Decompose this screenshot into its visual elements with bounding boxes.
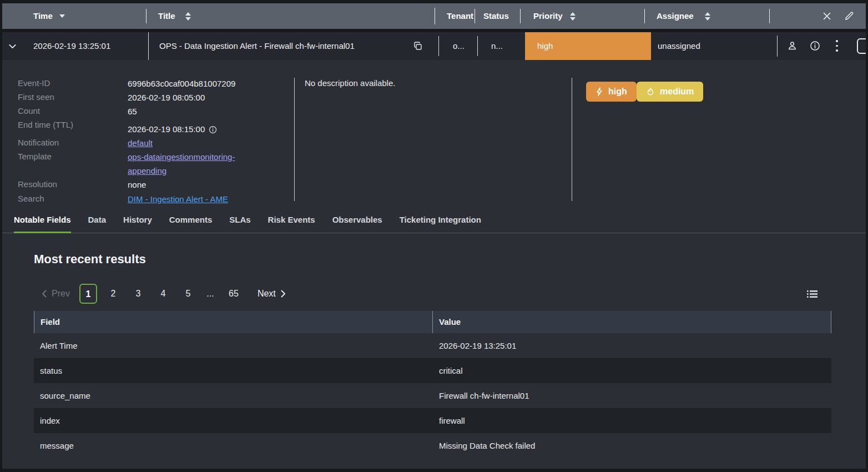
tab-observables[interactable]: Observables — [332, 208, 382, 233]
expand-chevron-down-icon[interactable] — [8, 42, 17, 51]
priority-sort-icon[interactable] — [570, 12, 576, 21]
column-priority[interactable]: Priority — [533, 3, 563, 29]
column-divider — [435, 8, 435, 24]
column-assignee[interactable]: Assignee — [657, 3, 694, 29]
first-seen-value: 2026-02-19 08:05:00 — [128, 91, 294, 104]
count-value: 65 — [128, 104, 294, 118]
cell-field: message — [34, 433, 433, 458]
cell-value: firewall — [433, 408, 831, 433]
medium-button-label: medium — [660, 87, 694, 97]
next-page-button[interactable]: Next — [258, 289, 286, 299]
count-label: Count — [18, 104, 126, 118]
end-time-label: End time (TTL) — [18, 118, 126, 132]
first-seen-label: First seen — [18, 91, 126, 104]
edit-pencil-icon[interactable] — [844, 11, 854, 21]
alert-title: OPS - Data Ingestion Alert - Firewall ch… — [159, 32, 355, 60]
column-divider — [520, 9, 521, 23]
resolution-value: none — [128, 178, 294, 192]
page-2-button[interactable]: 2 — [104, 289, 122, 299]
column-header-value: Value — [433, 311, 831, 333]
row-divider — [777, 36, 778, 57]
assignee-sort-icon[interactable] — [705, 12, 710, 21]
high-button-label: high — [608, 87, 627, 97]
title-sort-icon[interactable] — [185, 12, 191, 21]
column-time[interactable]: Time — [33, 3, 53, 29]
table-row[interactable]: index firewall — [34, 408, 831, 433]
alert-row[interactable]: 2026-02-19 13:25:01 OPS - Data Ingestion… — [2, 32, 866, 60]
priority-badge-label: high — [537, 41, 553, 51]
table-row[interactable]: Alert Time 2026-02-19 13:25:01 — [34, 333, 831, 358]
copy-title-icon[interactable] — [413, 41, 423, 51]
tab-risk-events[interactable]: Risk Events — [268, 208, 315, 233]
end-time-text: 2026-02-19 08:15:00 — [128, 124, 205, 134]
alert-time: 2026-02-19 13:25:01 — [33, 32, 110, 60]
results-heading: Most recent results — [34, 252, 146, 267]
row-select-checkbox[interactable] — [857, 38, 866, 54]
tab-ticketing-integration[interactable]: Ticketing Integration — [400, 208, 481, 233]
column-divider — [475, 9, 475, 23]
detail-tabs: Notable Fields Data History Comments SLA… — [2, 208, 866, 233]
page-3-button[interactable]: 3 — [129, 289, 147, 299]
search-link[interactable]: DIM - Ingestion Alert - AME — [128, 194, 228, 204]
page-65-button[interactable]: 65 — [224, 289, 244, 299]
event-id-label: Event-ID — [18, 77, 126, 90]
tab-history[interactable]: History — [123, 208, 152, 233]
table-row[interactable]: message Missing Data Check failed — [34, 433, 831, 458]
cell-value: 2026-02-19 13:25:01 — [433, 333, 831, 358]
event-id-value: 6996b63c0caf004b81007209 — [128, 77, 294, 91]
cell-value: Missing Data Check failed — [433, 433, 831, 458]
row-divider — [438, 36, 439, 56]
search-label: Search — [18, 192, 126, 205]
column-header-field: Field — [34, 311, 433, 333]
table-row[interactable]: source_name Firewall ch-fw-internal01 — [34, 383, 831, 408]
table-row[interactable]: status critical — [34, 358, 831, 383]
page-ellipsis: ... — [204, 289, 216, 299]
prev-label: Prev — [52, 289, 70, 299]
list-view-icon[interactable] — [807, 289, 817, 299]
resolution-label: Resolution — [18, 178, 126, 191]
assign-user-icon[interactable] — [787, 41, 798, 51]
column-tenant[interactable]: Tenant — [447, 3, 473, 29]
list-column-header: Time Title Tenant Status Priority Assign… — [2, 3, 866, 29]
ttl-info-icon[interactable] — [209, 125, 217, 134]
set-priority-high-button[interactable]: high — [586, 82, 637, 102]
tab-slas[interactable]: SLAs — [229, 208, 250, 233]
column-divider — [146, 9, 147, 23]
notification-template-label-line1: Notification — [18, 136, 126, 149]
details-divider — [294, 78, 295, 201]
next-label: Next — [258, 289, 276, 299]
page-4-button[interactable]: 4 — [154, 289, 172, 299]
row-divider — [148, 32, 149, 60]
prev-page-button[interactable]: Prev — [42, 289, 70, 299]
cell-field: status — [34, 358, 433, 383]
notification-template-link[interactable]: ops-dataingestionmonitoring-appending — [128, 152, 235, 175]
tab-notable-fields[interactable]: Notable Fields — [14, 208, 71, 233]
column-status[interactable]: Status — [483, 3, 509, 29]
alert-assignee: unassigned — [658, 32, 700, 60]
description-text: No description available. — [305, 78, 395, 88]
details-divider — [572, 78, 572, 201]
page-1-button[interactable]: 1 — [79, 284, 97, 304]
cell-field: Alert Time — [34, 333, 433, 358]
table-header-row: Field Value — [34, 311, 831, 333]
cell-value: Firewall ch-fw-internal01 — [433, 383, 831, 408]
close-icon[interactable] — [822, 12, 831, 21]
info-icon[interactable] — [810, 41, 820, 51]
alert-tenant: o... — [453, 32, 465, 60]
tab-comments[interactable]: Comments — [169, 208, 213, 233]
notification-default-link[interactable]: default — [128, 138, 153, 148]
notification-template-label-line2: Template — [18, 150, 126, 163]
more-actions-kebab-icon[interactable] — [836, 40, 838, 54]
bolt-icon — [596, 87, 603, 96]
time-sort-caret-icon[interactable] — [59, 14, 65, 18]
cell-value: critical — [433, 358, 831, 383]
set-priority-medium-button[interactable]: medium — [637, 82, 703, 102]
tab-data[interactable]: Data — [88, 208, 107, 233]
row-divider — [477, 36, 478, 56]
pagination: Prev 1 2 3 4 5 ... 65 Next — [42, 284, 286, 304]
cell-field: source_name — [34, 383, 433, 408]
column-title[interactable]: Title — [158, 3, 175, 29]
page-5-button[interactable]: 5 — [179, 289, 197, 299]
priority-badge-high[interactable]: high — [525, 32, 651, 60]
chevron-left-icon — [42, 290, 47, 298]
